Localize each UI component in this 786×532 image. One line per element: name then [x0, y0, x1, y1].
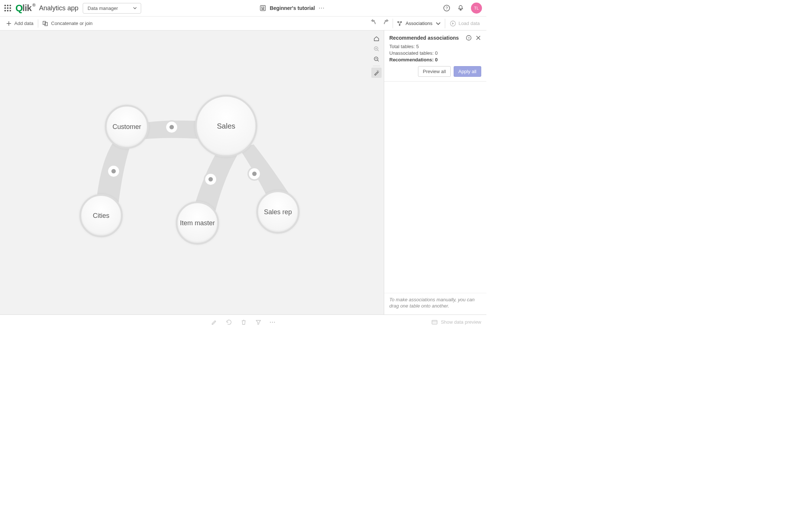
- qlik-logo: Qlik®: [15, 3, 35, 14]
- user-avatar[interactable]: TL: [471, 3, 482, 14]
- sheet-more-icon[interactable]: ···: [319, 5, 325, 11]
- zoom-home-icon[interactable]: [371, 33, 382, 44]
- load-data-button[interactable]: Load data: [446, 20, 483, 27]
- svg-rect-16: [432, 320, 437, 324]
- svg-rect-2: [263, 7, 264, 8]
- panel-close-icon[interactable]: [475, 35, 481, 41]
- stat-unassociated-tables: Unassociated tables: 0: [389, 50, 481, 56]
- undo-icon[interactable]: [368, 19, 379, 28]
- association-joint[interactable]: [108, 166, 119, 177]
- apply-all-button[interactable]: Apply all: [454, 66, 481, 77]
- panel-help-icon[interactable]: ?: [466, 35, 472, 41]
- svg-rect-0: [260, 6, 265, 11]
- chevron-down-icon: [435, 21, 441, 26]
- panel-hint: To make associations manually, you can d…: [384, 293, 486, 314]
- redo-icon[interactable]: [380, 19, 392, 28]
- svg-text:?: ?: [468, 36, 469, 40]
- bell-icon[interactable]: [457, 4, 464, 12]
- associations-icon: [397, 21, 403, 26]
- show-data-preview-button[interactable]: Show data preview: [431, 319, 486, 326]
- concatenate-or-join-button[interactable]: Concatenate or join: [40, 19, 96, 28]
- preview-icon: [431, 319, 438, 326]
- recommended-associations-panel: Recommended associations ? Total tables:…: [384, 30, 486, 314]
- stat-total-tables: Total tables: 5: [389, 44, 481, 49]
- view-dropdown[interactable]: Data manager: [83, 3, 141, 14]
- stat-recommendations: Recommendations: 0: [389, 57, 481, 62]
- sheet-title: Beginner's tutorial: [270, 5, 315, 11]
- chevron-down-icon: [133, 6, 137, 10]
- view-mode-associations[interactable]: Associations: [393, 19, 445, 28]
- link-layer: [0, 30, 384, 314]
- edit-table-icon[interactable]: [211, 319, 217, 326]
- zoom-in-icon[interactable]: [371, 44, 382, 54]
- play-circle-icon: [450, 20, 456, 27]
- zoom-out-icon[interactable]: [371, 54, 382, 64]
- filter-icon[interactable]: [255, 319, 261, 326]
- bubble-cities[interactable]: Cities: [79, 194, 123, 237]
- bubble-sales[interactable]: Sales: [195, 95, 257, 157]
- add-data-button[interactable]: Add data: [3, 19, 36, 28]
- association-joint[interactable]: [166, 122, 177, 133]
- svg-text:?: ?: [446, 6, 448, 10]
- svg-rect-1: [261, 7, 262, 8]
- magic-wand-icon[interactable]: [371, 68, 382, 78]
- plus-icon: [6, 21, 12, 26]
- bottom-more-icon[interactable]: ···: [269, 319, 275, 326]
- view-dropdown-label: Data manager: [87, 6, 118, 11]
- preview-all-button[interactable]: Preview all: [418, 66, 451, 77]
- sheet-icon: [260, 5, 266, 11]
- app-launcher-icon[interactable]: [4, 5, 11, 11]
- bubble-item-master[interactable]: Item master: [176, 201, 219, 245]
- app-name: Analytics app: [39, 4, 78, 12]
- association-joint[interactable]: [205, 174, 216, 185]
- bubble-customer[interactable]: Customer: [105, 105, 149, 149]
- refresh-icon[interactable]: [225, 319, 232, 326]
- associations-canvas[interactable]: Customer Sales Cities Item master Sales …: [0, 30, 384, 314]
- panel-title: Recommended associations: [389, 35, 462, 41]
- bubble-sales-rep[interactable]: Sales rep: [256, 190, 300, 234]
- svg-rect-6: [43, 21, 46, 25]
- concat-icon: [43, 21, 49, 26]
- svg-rect-3: [261, 8, 264, 10]
- svg-rect-7: [45, 22, 47, 26]
- association-joint[interactable]: [249, 168, 260, 179]
- delete-icon[interactable]: [240, 319, 247, 326]
- help-icon[interactable]: ?: [443, 4, 450, 12]
